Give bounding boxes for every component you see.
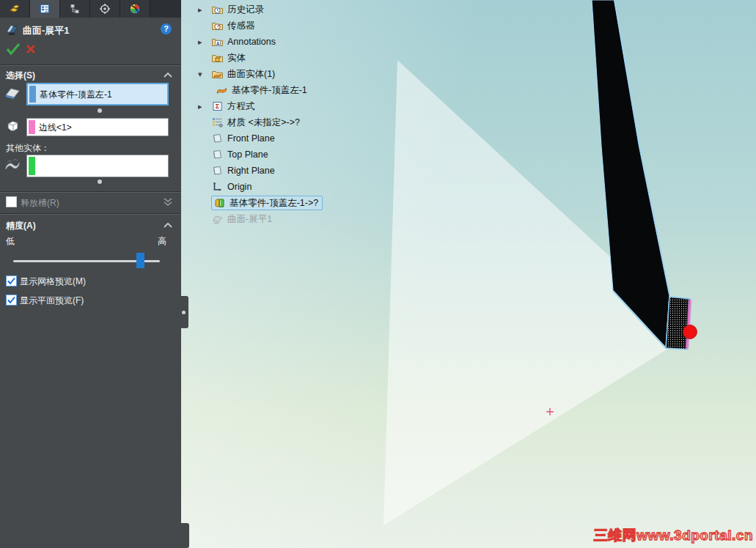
material-icon — [211, 116, 224, 128]
expand-arrow-icon[interactable]: ▸ — [198, 37, 211, 47]
tree-item-label: 方程式 — [227, 100, 255, 112]
surface-field-value: 基体零件-顶盖左-1 — [40, 88, 112, 100]
tab-propertymanager[interactable] — [30, 0, 60, 18]
edge-field-color-strip — [29, 120, 35, 134]
svg-text:A: A — [216, 41, 220, 46]
tree-item-annotations[interactable]: ▸ A Annotations — [198, 34, 323, 50]
cancel-button[interactable] — [25, 43, 37, 55]
face-select-icon — [4, 85, 21, 100]
tree-item-label: Top Plane — [227, 149, 268, 160]
vertex-select-icon — [5, 119, 20, 134]
tab-dimxpertmanager[interactable] — [90, 0, 120, 18]
relief-label: 释放槽(R) — [21, 197, 59, 210]
show-mesh-preview-label: 显示网格预览(M) — [20, 275, 86, 288]
expand-relief-chevron-icon[interactable] — [163, 197, 173, 207]
tree-item-label: Origin — [227, 181, 252, 193]
manager-tab-bar — [0, 0, 181, 18]
tree-item-base-part-selected[interactable]: 基体零件-顶盖左-1->? — [198, 195, 323, 211]
part-icon — [213, 197, 226, 209]
tree-item-sensors[interactable]: 传感器 — [198, 18, 323, 34]
collapse-arrow-icon[interactable]: ▾ — [198, 70, 211, 79]
equations-icon: Σ — [211, 100, 224, 112]
edge-field-value: 边线<1> — [39, 121, 72, 133]
solid-bodies-folder-icon — [211, 52, 224, 64]
other-entities-field[interactable] — [26, 155, 169, 177]
tree-item-equations[interactable]: ▸ Σ 方程式 — [198, 98, 323, 114]
divider — [0, 191, 181, 193]
tab-featuremanager[interactable] — [0, 0, 30, 18]
show-flat-preview-label: 显示平面预览(F) — [20, 295, 84, 307]
tree-item-right-plane[interactable]: Right Plane — [198, 163, 323, 179]
plane-icon — [211, 165, 224, 177]
tree-item-top-plane[interactable]: Top Plane — [198, 147, 323, 163]
field-resize-handle[interactable] — [98, 179, 102, 184]
other-faces-select-icon — [4, 158, 21, 171]
fixed-point-marker[interactable] — [683, 325, 697, 339]
featuremanager-part-icon — [9, 3, 21, 15]
tree-item-front-plane[interactable]: Front Plane — [198, 130, 323, 147]
surface-field-color-strip — [29, 86, 36, 103]
collapse-accuracy-chevron-icon[interactable] — [163, 222, 173, 229]
page-title: 曲面-展平1 — [23, 24, 70, 37]
displaymanager-icon — [129, 3, 141, 15]
surface-flatten-icon — [6, 23, 19, 36]
accuracy-low-label: 低 — [6, 235, 15, 248]
sensors-folder-icon — [211, 20, 224, 32]
property-manager-panel: 曲面-展平1 ? 选择(S) 基体零件-顶盖左-1 — [0, 0, 181, 548]
tree-item-label: 基体零件-顶盖左-1 — [232, 84, 307, 96]
tree-item-label: 曲面-展平1 — [227, 213, 272, 225]
tree-item-label: 曲面实体(1) — [227, 68, 275, 80]
tree-item-label: 传感器 — [227, 20, 255, 32]
history-folder-icon — [211, 4, 224, 15]
splitter-grip-dot — [182, 311, 186, 314]
checkmark-icon — [7, 295, 16, 305]
configurationmanager-icon — [69, 3, 81, 15]
tree-item-label: 基体零件-顶盖左-1->? — [230, 197, 318, 209]
tab-displaymanager[interactable] — [120, 0, 150, 18]
selection-section-header: 选择(S) — [6, 70, 35, 82]
show-flat-preview-checkbox[interactable] — [6, 295, 17, 306]
tab-configurationmanager[interactable] — [60, 0, 90, 18]
tree-item-label: 历史记录 — [227, 4, 264, 15]
divider — [0, 64, 181, 66]
surface-body-icon — [216, 84, 228, 96]
viewport-corner-handle[interactable] — [181, 523, 189, 548]
accuracy-slider-handle[interactable] — [136, 253, 144, 268]
divider — [0, 213, 181, 215]
edge-to-flatten-field[interactable]: 边线<1> — [26, 118, 169, 136]
ok-button[interactable] — [6, 42, 21, 55]
collapse-selection-chevron-icon[interactable] — [163, 72, 173, 78]
surface-to-flatten-field[interactable]: 基体零件-顶盖左-1 — [26, 83, 169, 105]
origin-icon — [211, 181, 224, 193]
other-entities-label: 其他实体： — [6, 142, 50, 155]
tree-item-label: 实体 — [227, 52, 246, 64]
dimxpertmanager-icon — [99, 3, 111, 15]
panel-splitter-handle[interactable] — [180, 296, 188, 328]
tree-item-material[interactable]: 材质 <未指定>->? — [198, 114, 323, 130]
help-icon[interactable]: ? — [161, 23, 172, 34]
tree-item-history[interactable]: ▸ 历史记录 — [198, 1, 323, 18]
plane-icon — [211, 149, 224, 160]
watermark: 三维网www.3dportal.cn — [594, 526, 753, 545]
relief-checkbox[interactable] — [6, 196, 17, 207]
graphics-viewport[interactable]: ▸ 历史记录 传感器 ▸ — [181, 0, 756, 548]
plane-icon — [211, 133, 224, 144]
svg-text:Σ: Σ — [216, 103, 220, 110]
surface-bodies-folder-icon — [211, 68, 224, 80]
tree-item-surface-flatten-pending[interactable]: 曲面-展平1 — [198, 211, 323, 227]
other-field-color-strip — [29, 157, 35, 175]
expand-arrow-icon[interactable]: ▸ — [198, 5, 211, 15]
solidworks-window: 曲面-展平1 ? 选择(S) 基体零件-顶盖左-1 — [0, 0, 756, 548]
tree-item-surface-bodies[interactable]: ▾ 曲面实体(1) — [198, 66, 323, 82]
expand-arrow-icon[interactable]: ▸ — [198, 102, 211, 111]
surface-flatten-grey-icon — [211, 213, 224, 225]
checkmark-icon — [7, 276, 16, 286]
propertymanager-icon — [39, 3, 51, 15]
field-resize-handle[interactable] — [98, 108, 102, 113]
tree-item-surface-body-child[interactable]: 基体零件-顶盖左-1 — [198, 82, 323, 98]
selected-tree-item-highlight: 基体零件-顶盖左-1->? — [211, 196, 323, 210]
tree-item-solid-bodies[interactable]: 实体 — [198, 50, 323, 66]
accuracy-high-label: 高 — [158, 235, 166, 248]
show-mesh-preview-checkbox[interactable] — [6, 275, 17, 286]
tree-item-origin[interactable]: Origin — [198, 179, 323, 195]
